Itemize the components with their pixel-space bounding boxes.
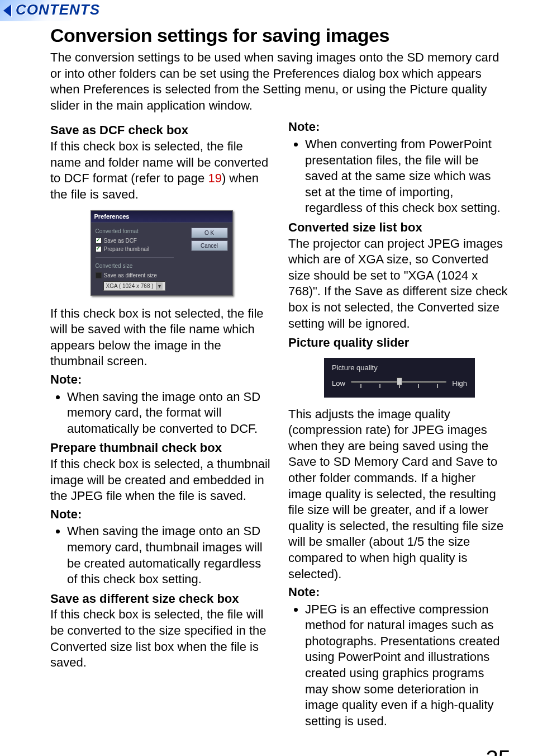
check-icon: ✓: [96, 246, 102, 252]
ok-button[interactable]: O K: [191, 228, 228, 238]
pq-slider[interactable]: [351, 379, 446, 390]
para-picture-quality: This adjusts the image quality (compress…: [288, 407, 511, 583]
contents-label: CONTENTS: [16, 1, 100, 18]
size-option-label: XGA ( 1024 x 768 ): [106, 283, 154, 289]
heading-prepare-thumbnail: Prepare thumbnail check box: [50, 440, 273, 456]
pq-tick: [360, 384, 361, 388]
prefs-group-size: Converted size: [96, 262, 174, 270]
pq-low-label: Low: [332, 379, 345, 389]
checkbox-save-as-dcf[interactable]: ✓ Save as DCF: [96, 237, 174, 244]
para-different-size: If this check box is selected, the file …: [50, 607, 273, 670]
chk-label-dcf: Save as DCF: [104, 237, 137, 244]
pq-high-label: High: [452, 379, 467, 389]
note-item-1: When saving the image onto an SD memory …: [67, 389, 273, 437]
check-icon: ✓: [96, 238, 102, 244]
contents-banner[interactable]: CONTENTS: [0, 0, 112, 21]
checkbox-different-size[interactable]: ✓ Save as different size: [96, 272, 174, 279]
uncheck-icon: ✓: [96, 272, 102, 278]
note-label-4: Note:: [288, 585, 320, 599]
prefs-titlebar: Preferences: [91, 211, 232, 223]
left-column: Save as DCF check box If this check box …: [50, 119, 273, 733]
page-ref-link[interactable]: 19: [208, 171, 221, 185]
preferences-dialog: Preferences Converted format ✓ Save as D…: [91, 210, 233, 295]
prefs-group-format: Converted format: [96, 228, 174, 235]
para-dcf-1: If this check box is selected, the file …: [50, 139, 273, 202]
chk-label-thumb: Prepare thumbnail: [104, 245, 150, 253]
note-item-3: When converting from PowerPoint presenta…: [305, 136, 511, 216]
heading-converted-size-list: Converted size list box: [288, 220, 511, 236]
converted-size-select[interactable]: XGA ( 1024 x 768 )▾: [103, 281, 165, 291]
back-arrow-icon: [3, 4, 11, 17]
note-label-1: Note:: [50, 372, 82, 386]
page-title: Conversion settings for saving images: [50, 25, 511, 46]
pq-tick: [379, 384, 380, 388]
para-dcf-2: If this check box is not selected, the f…: [50, 306, 273, 370]
note-label-3: Note:: [288, 120, 320, 134]
chk-label-size: Save as different size: [104, 272, 157, 279]
para-converted-size: The projector can project JPEG images wh…: [288, 236, 511, 332]
pq-tick: [418, 384, 419, 388]
page-number: 25: [0, 746, 533, 756]
heading-picture-quality: Picture quality slider: [288, 335, 511, 351]
prefs-divider: [96, 257, 174, 258]
right-column: Note: When converting from PowerPoint pr…: [288, 119, 511, 733]
heading-save-as-dcf: Save as DCF check box: [50, 122, 273, 139]
chevron-down-icon: ▾: [156, 282, 163, 290]
picture-quality-panel: Picture quality Low High: [324, 358, 475, 398]
note-item-4: JPEG is an effective compression method …: [305, 602, 511, 730]
pq-thumb[interactable]: [397, 377, 402, 385]
intro-paragraph: The conversion settings to be used when …: [50, 50, 511, 114]
cancel-button[interactable]: Cancel: [191, 240, 228, 251]
pq-tick: [437, 384, 438, 388]
note-label-2: Note:: [50, 507, 82, 521]
heading-different-size: Save as different size check box: [50, 591, 273, 607]
para-thumbnail: If this check box is selected, a thumbna…: [50, 456, 273, 504]
pq-title: Picture quality: [332, 363, 467, 373]
note-item-2: When saving the image onto an SD memory …: [67, 523, 273, 587]
checkbox-prepare-thumbnail[interactable]: ✓ Prepare thumbnail: [96, 245, 174, 253]
